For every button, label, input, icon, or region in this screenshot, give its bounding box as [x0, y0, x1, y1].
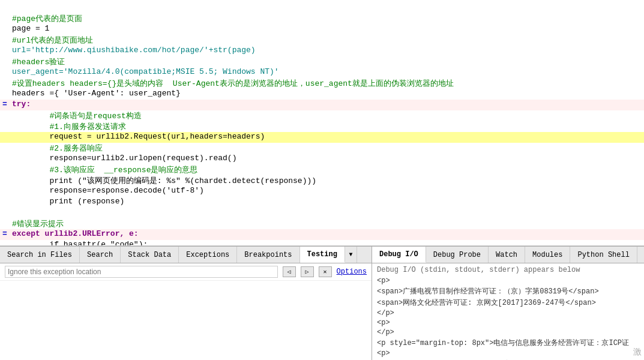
tab-stack-data[interactable]: Stack Data [121, 247, 179, 263]
tab-search[interactable]: Search [80, 247, 121, 263]
line-marker: = [2, 100, 11, 109]
line-content [12, 2, 642, 11]
bottom-content: ◁ ▷ ✕ Options Debug I/O (stdin, stdout, … [0, 263, 644, 360]
line-content: #词条语句是request构造 [12, 110, 642, 121]
code-line: headers ={ 'User-Agent': user_agent} [0, 89, 644, 100]
line-content [12, 208, 642, 217]
line-content: #1.向服务器发送请求 [12, 121, 642, 132]
line-content: #错误显示提示 [12, 218, 642, 229]
line-content: if hasattr(e,"code"): [12, 240, 642, 246]
line-content: response=urllib2.urlopen(request).read() [12, 154, 642, 163]
code-line: #url代表的是页面地址 [0, 35, 644, 46]
code-line: #2.服务器响应 [0, 143, 644, 154]
line-content: #url代表的是页面地址 [12, 35, 642, 46]
code-line: print ("该网页使用的编码是: %s" %(chardet.detect(… [0, 175, 644, 186]
tab-breakpoints[interactable]: Breakpoints [237, 247, 299, 263]
line-content: except urllib2.URLError, e: [12, 229, 642, 238]
exc-btn-2[interactable]: ▷ [301, 266, 314, 277]
options-link[interactable]: Options [337, 268, 367, 276]
code-line: url='http://www.qiushibaike.com/hot/page… [0, 46, 644, 56]
line-content: #page代表的是页面 [12, 13, 642, 24]
line-content: headers ={ 'User-Agent': user_agent} [12, 89, 642, 98]
debug-output: <p> <span>广播电视节目制作经营许可证：（京）字第08319号</spa… [377, 277, 639, 360]
code-line: page = 1 [0, 24, 644, 35]
code-line: if hasattr(e,"code"): [0, 240, 644, 246]
tab-debug-io[interactable]: Debug I/O [372, 247, 426, 263]
line-content: url='http://www.qiushibaike.com/hot/page… [12, 46, 642, 55]
line-content: response=response.decode('utf-8') [12, 186, 642, 195]
code-line: user_agent='Mozilla/4.0(compatible;MSIE … [0, 67, 644, 78]
tab-testing[interactable]: Testing [300, 247, 345, 263]
exception-input[interactable] [5, 266, 278, 278]
code-line: response=urllib2.urlopen(request).read() [0, 154, 644, 164]
tab-exceptions[interactable]: Exceptions [179, 247, 237, 263]
code-line: #设置headers headers={}是头域的内容 User-Agent表示… [0, 78, 644, 89]
code-line: request = urllib2.Request(url,headers=he… [0, 132, 644, 143]
code-line: #3.该响应应 __response是响应的意思 [0, 164, 644, 175]
line-marker: = [2, 229, 11, 238]
code-line: print (response) [0, 197, 644, 208]
code-editor: #page代表的是页面 page = 1 #url代表的是页面地址 url='h… [0, 0, 644, 246]
code-line: #page代表的是页面 [0, 13, 644, 24]
line-content: try: [12, 100, 642, 109]
code-line [0, 208, 644, 218]
exc-btn-1[interactable]: ◁ [283, 266, 296, 277]
tab-search-in-files[interactable]: Search in Files [0, 247, 80, 263]
code-line: #词条语句是request构造 [0, 110, 644, 121]
line-content: print (response) [12, 197, 642, 206]
line-content: #headers验证 [12, 56, 642, 67]
tab-watch[interactable]: Watch [489, 247, 525, 263]
tab-python-shell[interactable]: Python Shell [570, 247, 637, 263]
left-panel: ◁ ▷ ✕ Options [0, 263, 372, 360]
code-line: #headers验证 [0, 56, 644, 67]
tab-modules[interactable]: Modules [525, 247, 570, 263]
exc-btn-3[interactable]: ✕ [319, 266, 332, 277]
line-content: #2.服务器响应 [12, 143, 642, 154]
tab-dropdown[interactable]: ▼ [345, 247, 357, 263]
code-line: = try: [0, 100, 644, 110]
code-line: #错误显示提示 [0, 218, 644, 229]
line-content: #3.该响应应 __response是响应的意思 [12, 164, 642, 175]
exception-bar: ◁ ▷ ✕ Options [0, 263, 372, 281]
line-content: user_agent='Mozilla/4.0(compatible;MSIE … [12, 67, 642, 76]
line-content: request = urllib2.Request(url,headers=he… [12, 132, 642, 141]
line-content: #设置headers headers={}是头域的内容 User-Agent表示… [12, 78, 642, 89]
tab-bookmarks[interactable]: Bookmarks [637, 247, 644, 263]
tab-debug-probe[interactable]: Debug Probe [426, 247, 489, 263]
code-line: response=response.decode('utf-8') [0, 186, 644, 197]
right-panel: Debug I/O (stdin, stdout, stderr) appear… [372, 263, 644, 360]
bottom-panel: Search in Files Search Stack Data Except… [0, 246, 644, 360]
debug-description: Debug I/O (stdin, stdout, stderr) appear… [377, 266, 639, 274]
code-line: #1.向服务器发送请求 [0, 121, 644, 132]
watermark: 激 [633, 347, 642, 358]
line-content: page = 1 [12, 24, 642, 33]
code-line: = except urllib2.URLError, e: [0, 229, 644, 240]
code-line [0, 2, 644, 13]
debug-io-content: Debug I/O (stdin, stdout, stderr) appear… [372, 263, 644, 360]
left-panel-content [0, 281, 372, 360]
line-content: print ("该网页使用的编码是: %s" %(chardet.detect(… [12, 175, 642, 186]
